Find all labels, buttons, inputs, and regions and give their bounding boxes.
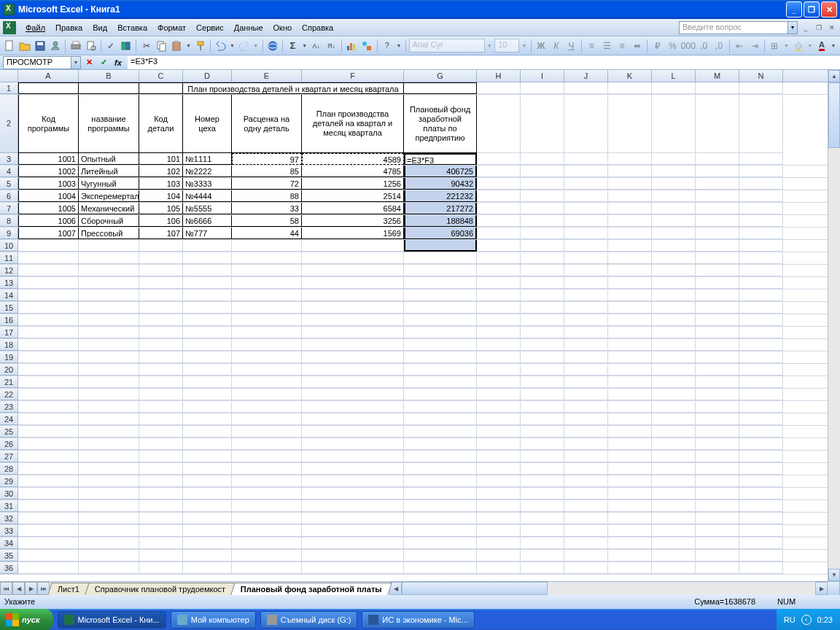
cell[interactable] xyxy=(521,215,564,227)
cell[interactable] xyxy=(302,475,404,487)
cell[interactable] xyxy=(139,265,183,276)
cell[interactable] xyxy=(652,289,696,301)
fill-dropdown[interactable]: ▼ xyxy=(806,43,813,48)
cell[interactable] xyxy=(232,302,302,314)
cell[interactable] xyxy=(79,488,139,499)
cell[interactable] xyxy=(652,215,696,227)
row-header[interactable]: 25 xyxy=(0,426,18,438)
row-header[interactable]: 30 xyxy=(0,488,18,499)
language-indicator[interactable]: RU xyxy=(784,615,796,624)
cell[interactable] xyxy=(477,351,521,363)
cell[interactable] xyxy=(18,438,79,450)
cell[interactable] xyxy=(739,550,783,561)
cell[interactable] xyxy=(564,277,608,289)
scroll-up-button[interactable]: ▲ xyxy=(828,70,840,82)
cell[interactable]: Код программы xyxy=(18,95,79,153)
cell[interactable] xyxy=(608,153,652,165)
row-header[interactable]: 15 xyxy=(0,302,18,314)
cell[interactable] xyxy=(404,302,477,314)
cell[interactable] xyxy=(652,401,696,413)
cell[interactable] xyxy=(183,327,232,338)
cell[interactable]: 1005 xyxy=(18,203,79,214)
cell[interactable] xyxy=(652,95,696,153)
cell[interactable] xyxy=(739,327,783,338)
cell[interactable] xyxy=(139,289,183,301)
cell[interactable] xyxy=(652,153,696,165)
menu-file[interactable]: Файл xyxy=(20,21,50,34)
row-header[interactable]: 20 xyxy=(0,364,18,376)
cell[interactable] xyxy=(521,190,564,202)
cell[interactable] xyxy=(608,451,652,462)
cell[interactable] xyxy=(564,513,608,524)
cell[interactable] xyxy=(139,438,183,450)
cell[interactable] xyxy=(696,95,739,153)
minimize-button[interactable]: _ xyxy=(786,1,802,18)
cell[interactable]: Опытный xyxy=(79,153,139,165)
cell[interactable] xyxy=(18,488,79,499)
cell[interactable] xyxy=(477,413,521,425)
cell[interactable] xyxy=(696,228,739,239)
cell[interactable] xyxy=(18,327,79,338)
cell[interactable] xyxy=(564,413,608,425)
cell[interactable] xyxy=(18,364,79,376)
cell[interactable] xyxy=(139,389,183,400)
cell[interactable] xyxy=(404,252,477,264)
cell[interactable] xyxy=(79,550,139,561)
cell[interactable]: №6666 xyxy=(183,215,232,227)
cell[interactable] xyxy=(652,228,696,239)
cell[interactable] xyxy=(564,203,608,214)
cell[interactable] xyxy=(302,327,404,338)
cell[interactable] xyxy=(652,351,696,363)
row-header[interactable]: 13 xyxy=(0,277,18,289)
cell[interactable] xyxy=(302,438,404,450)
cell[interactable] xyxy=(739,451,783,462)
cell[interactable] xyxy=(404,438,477,450)
row-header[interactable]: 32 xyxy=(0,513,18,524)
cell[interactable] xyxy=(404,562,477,574)
cell[interactable]: 85 xyxy=(232,166,302,177)
cell[interactable] xyxy=(696,488,739,499)
cell[interactable] xyxy=(564,537,608,549)
cell[interactable] xyxy=(521,153,564,165)
cell[interactable] xyxy=(404,389,477,400)
cell[interactable] xyxy=(302,339,404,351)
cell[interactable] xyxy=(477,463,521,475)
cell[interactable] xyxy=(232,327,302,338)
open-button[interactable] xyxy=(18,38,32,54)
cell[interactable] xyxy=(739,166,783,177)
cell[interactable] xyxy=(302,500,404,512)
cell[interactable] xyxy=(652,265,696,276)
cell[interactable]: 1004 xyxy=(18,190,79,202)
cell[interactable]: №1111 xyxy=(183,153,232,165)
research-button[interactable] xyxy=(120,38,133,54)
cell[interactable] xyxy=(608,426,652,438)
cell[interactable]: 58 xyxy=(232,215,302,227)
cell[interactable] xyxy=(477,215,521,227)
cell[interactable] xyxy=(608,240,652,252)
cell[interactable] xyxy=(139,339,183,351)
cell[interactable] xyxy=(302,550,404,561)
cell[interactable] xyxy=(302,426,404,438)
cell[interactable]: 69036 xyxy=(404,228,477,239)
cell[interactable] xyxy=(739,537,783,549)
cell[interactable] xyxy=(404,451,477,462)
row-header[interactable]: 2 xyxy=(0,95,18,153)
cell[interactable]: 107 xyxy=(139,228,183,239)
cell[interactable] xyxy=(739,413,783,425)
cell[interactable] xyxy=(608,178,652,190)
cell[interactable] xyxy=(564,376,608,388)
cell[interactable]: Номер цеха xyxy=(183,95,232,153)
cell[interactable] xyxy=(521,475,564,487)
cell[interactable] xyxy=(696,513,739,524)
cell[interactable] xyxy=(18,550,79,561)
increase-decimal-button[interactable]: ,0 xyxy=(697,38,711,54)
cell[interactable] xyxy=(18,413,79,425)
cell[interactable] xyxy=(739,426,783,438)
cell[interactable] xyxy=(739,488,783,499)
cell[interactable] xyxy=(521,451,564,462)
cell[interactable] xyxy=(696,190,739,202)
cell[interactable] xyxy=(564,438,608,450)
cell[interactable] xyxy=(696,339,739,351)
cell[interactable] xyxy=(652,438,696,450)
cell[interactable]: Плановый фонд заработной платы по предпр… xyxy=(404,95,477,153)
